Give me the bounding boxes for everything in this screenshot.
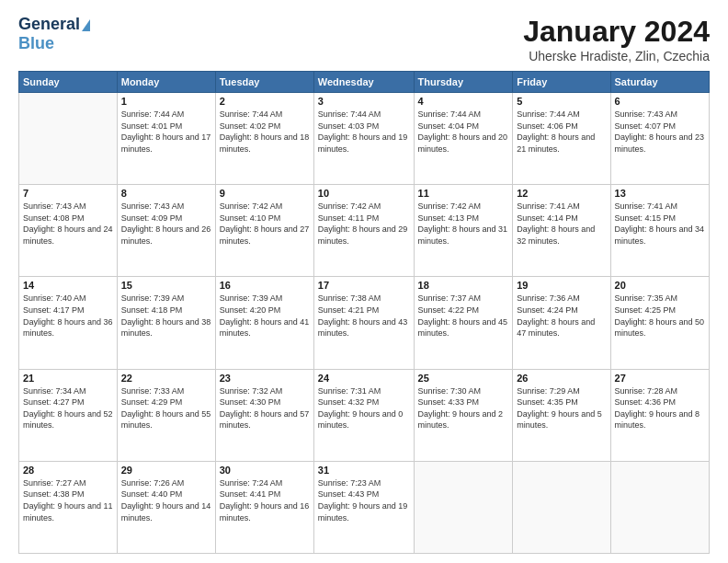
- calendar-cell: 30Sunrise: 7:24 AMSunset: 4:41 PMDayligh…: [215, 461, 313, 553]
- day-number: 31: [318, 465, 410, 476]
- header-wednesday: Wednesday: [313, 72, 414, 93]
- day-info: Sunrise: 7:33 AMSunset: 4:29 PMDaylight:…: [121, 385, 211, 431]
- day-info: Sunrise: 7:44 AMSunset: 4:04 PMDaylight:…: [418, 109, 509, 155]
- day-number: 7: [23, 188, 113, 199]
- calendar-cell: 26Sunrise: 7:29 AMSunset: 4:35 PMDayligh…: [513, 369, 610, 461]
- calendar-cell: 29Sunrise: 7:26 AMSunset: 4:40 PMDayligh…: [117, 461, 215, 553]
- calendar-cell: 13Sunrise: 7:41 AMSunset: 4:15 PMDayligh…: [610, 185, 709, 277]
- day-number: 15: [121, 280, 211, 291]
- day-info: Sunrise: 7:37 AMSunset: 4:22 PMDaylight:…: [418, 293, 509, 339]
- day-number: 21: [23, 373, 113, 384]
- logo-text-general: General: [18, 15, 80, 34]
- day-number: 19: [517, 280, 606, 291]
- header-sunday: Sunday: [19, 72, 118, 93]
- header-tuesday: Tuesday: [215, 72, 313, 93]
- day-number: 2: [220, 96, 310, 107]
- logo-line2: Blue: [18, 34, 54, 53]
- day-info: Sunrise: 7:42 AMSunset: 4:10 PMDaylight:…: [220, 201, 310, 247]
- calendar-cell: 14Sunrise: 7:40 AMSunset: 4:17 PMDayligh…: [19, 277, 118, 369]
- calendar-week-row: 28Sunrise: 7:27 AMSunset: 4:38 PMDayligh…: [19, 461, 710, 553]
- day-number: 4: [418, 96, 509, 107]
- day-info: Sunrise: 7:38 AMSunset: 4:21 PMDaylight:…: [318, 293, 410, 339]
- day-info: Sunrise: 7:27 AMSunset: 4:38 PMDaylight:…: [23, 477, 113, 523]
- day-number: 6: [615, 96, 705, 107]
- day-number: 16: [220, 280, 310, 291]
- logo: General Blue: [18, 15, 90, 53]
- day-number: 17: [318, 280, 410, 291]
- day-info: Sunrise: 7:42 AMSunset: 4:13 PMDaylight:…: [418, 201, 509, 247]
- calendar-cell: 12Sunrise: 7:41 AMSunset: 4:14 PMDayligh…: [513, 185, 610, 277]
- day-info: Sunrise: 7:43 AMSunset: 4:09 PMDaylight:…: [121, 201, 211, 247]
- calendar-week-row: 14Sunrise: 7:40 AMSunset: 4:17 PMDayligh…: [19, 277, 710, 369]
- calendar-cell: 20Sunrise: 7:35 AMSunset: 4:25 PMDayligh…: [610, 277, 709, 369]
- calendar-cell: 21Sunrise: 7:34 AMSunset: 4:27 PMDayligh…: [19, 369, 118, 461]
- day-info: Sunrise: 7:44 AMSunset: 4:06 PMDaylight:…: [517, 109, 606, 155]
- day-number: 8: [121, 188, 211, 199]
- title-block: January 2024 Uherske Hradiste, Zlin, Cze…: [523, 15, 710, 63]
- day-info: Sunrise: 7:43 AMSunset: 4:07 PMDaylight:…: [615, 109, 705, 155]
- day-info: Sunrise: 7:35 AMSunset: 4:25 PMDaylight:…: [615, 293, 705, 339]
- day-number: 9: [220, 188, 310, 199]
- calendar-cell: 7Sunrise: 7:43 AMSunset: 4:08 PMDaylight…: [19, 185, 118, 277]
- calendar-cell: 9Sunrise: 7:42 AMSunset: 4:10 PMDaylight…: [215, 185, 313, 277]
- header-friday: Friday: [513, 72, 610, 93]
- calendar-cell: 8Sunrise: 7:43 AMSunset: 4:09 PMDaylight…: [117, 185, 215, 277]
- day-info: Sunrise: 7:44 AMSunset: 4:03 PMDaylight:…: [318, 109, 410, 155]
- day-info: Sunrise: 7:40 AMSunset: 4:17 PMDaylight:…: [23, 293, 113, 339]
- calendar-header-row: SundayMondayTuesdayWednesdayThursdayFrid…: [19, 72, 710, 93]
- calendar-week-row: 1Sunrise: 7:44 AMSunset: 4:01 PMDaylight…: [19, 93, 710, 185]
- day-number: 20: [615, 280, 705, 291]
- calendar-cell: 4Sunrise: 7:44 AMSunset: 4:04 PMDaylight…: [414, 93, 513, 185]
- day-info: Sunrise: 7:42 AMSunset: 4:11 PMDaylight:…: [318, 201, 410, 247]
- calendar-cell: 31Sunrise: 7:23 AMSunset: 4:43 PMDayligh…: [313, 461, 414, 553]
- calendar-cell: 22Sunrise: 7:33 AMSunset: 4:29 PMDayligh…: [117, 369, 215, 461]
- day-info: Sunrise: 7:23 AMSunset: 4:43 PMDaylight:…: [318, 477, 410, 523]
- header-saturday: Saturday: [610, 72, 709, 93]
- calendar-cell: 5Sunrise: 7:44 AMSunset: 4:06 PMDaylight…: [513, 93, 610, 185]
- calendar-cell: 10Sunrise: 7:42 AMSunset: 4:11 PMDayligh…: [313, 185, 414, 277]
- header: General Blue January 2024 Uherske Hradis…: [18, 15, 710, 63]
- day-number: 11: [418, 188, 509, 199]
- calendar-title: January 2024: [523, 15, 710, 49]
- logo-line1: General: [18, 15, 90, 34]
- day-number: 12: [517, 188, 606, 199]
- day-number: 29: [121, 465, 211, 476]
- day-info: Sunrise: 7:41 AMSunset: 4:14 PMDaylight:…: [517, 201, 606, 247]
- day-number: 18: [418, 280, 509, 291]
- calendar-cell: 18Sunrise: 7:37 AMSunset: 4:22 PMDayligh…: [414, 277, 513, 369]
- day-info: Sunrise: 7:36 AMSunset: 4:24 PMDaylight:…: [517, 293, 606, 339]
- day-number: 26: [517, 373, 606, 384]
- calendar-cell: 6Sunrise: 7:43 AMSunset: 4:07 PMDaylight…: [610, 93, 709, 185]
- logo-arrow-icon: [82, 19, 90, 31]
- day-number: 24: [318, 373, 410, 384]
- day-number: 3: [318, 96, 410, 107]
- day-number: 23: [220, 373, 310, 384]
- calendar-cell: 19Sunrise: 7:36 AMSunset: 4:24 PMDayligh…: [513, 277, 610, 369]
- day-info: Sunrise: 7:44 AMSunset: 4:01 PMDaylight:…: [121, 109, 211, 155]
- day-info: Sunrise: 7:26 AMSunset: 4:40 PMDaylight:…: [121, 477, 211, 523]
- header-thursday: Thursday: [414, 72, 513, 93]
- calendar-week-row: 21Sunrise: 7:34 AMSunset: 4:27 PMDayligh…: [19, 369, 710, 461]
- day-number: 25: [418, 373, 509, 384]
- calendar-cell: 1Sunrise: 7:44 AMSunset: 4:01 PMDaylight…: [117, 93, 215, 185]
- calendar-table: SundayMondayTuesdayWednesdayThursdayFrid…: [18, 71, 710, 554]
- day-info: Sunrise: 7:39 AMSunset: 4:18 PMDaylight:…: [121, 293, 211, 339]
- day-number: 13: [615, 188, 705, 199]
- calendar-cell: 28Sunrise: 7:27 AMSunset: 4:38 PMDayligh…: [19, 461, 118, 553]
- day-number: 28: [23, 465, 113, 476]
- day-number: 14: [23, 280, 113, 291]
- day-number: 22: [121, 373, 211, 384]
- calendar-cell: 3Sunrise: 7:44 AMSunset: 4:03 PMDaylight…: [313, 93, 414, 185]
- calendar-cell: 15Sunrise: 7:39 AMSunset: 4:18 PMDayligh…: [117, 277, 215, 369]
- calendar-page: General Blue January 2024 Uherske Hradis…: [0, 0, 728, 563]
- calendar-cell: 25Sunrise: 7:30 AMSunset: 4:33 PMDayligh…: [414, 369, 513, 461]
- calendar-cell: [513, 461, 610, 553]
- calendar-cell: 16Sunrise: 7:39 AMSunset: 4:20 PMDayligh…: [215, 277, 313, 369]
- day-info: Sunrise: 7:31 AMSunset: 4:32 PMDaylight:…: [318, 385, 410, 431]
- day-number: 1: [121, 96, 211, 107]
- day-info: Sunrise: 7:24 AMSunset: 4:41 PMDaylight:…: [220, 477, 310, 523]
- header-monday: Monday: [117, 72, 215, 93]
- calendar-subtitle: Uherske Hradiste, Zlin, Czechia: [523, 49, 710, 63]
- day-info: Sunrise: 7:39 AMSunset: 4:20 PMDaylight:…: [220, 293, 310, 339]
- calendar-cell: 23Sunrise: 7:32 AMSunset: 4:30 PMDayligh…: [215, 369, 313, 461]
